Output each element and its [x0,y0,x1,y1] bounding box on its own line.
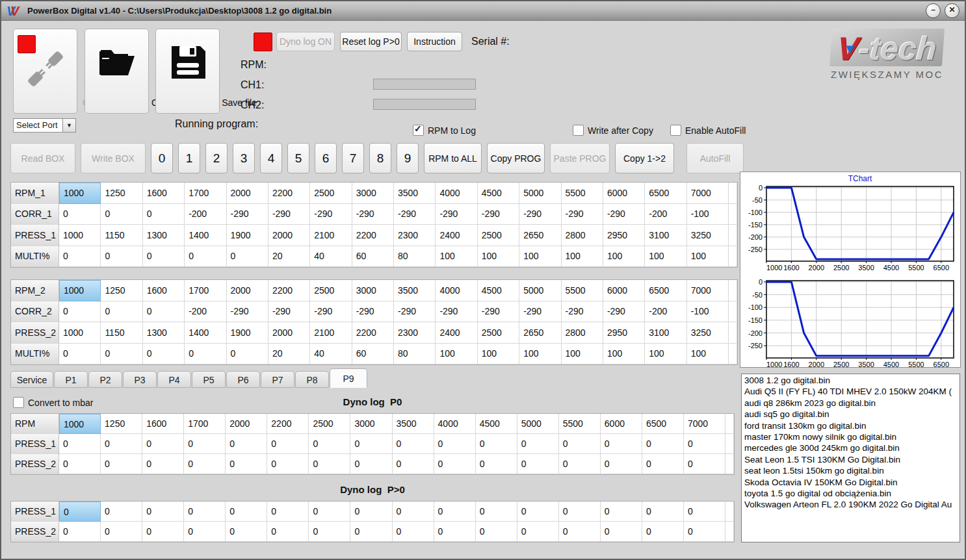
table-cell[interactable]: 1400 [185,322,226,344]
table-cell[interactable]: 5500 [562,183,603,204]
table-cell[interactable]: 0 [184,522,226,542]
table-cell[interactable]: 3100 [645,225,686,246]
table-cell[interactable]: 60 [352,246,394,268]
table-cell[interactable]: -290 [519,204,561,225]
table-cell[interactable]: 1250 [101,183,142,204]
table-cell[interactable]: -200 [185,301,226,323]
table-cell[interactable]: 1250 [101,280,142,301]
table-cell[interactable]: -100 [687,204,729,225]
table-cell[interactable]: 3100 [645,322,686,344]
table-cell[interactable]: -290 [268,301,310,323]
table-cell[interactable]: 0 [642,454,684,474]
table-cell[interactable]: 0 [143,344,185,365]
table-cell[interactable]: 1000 [59,280,101,301]
table-cell[interactable]: 3500 [394,183,436,204]
digit-9-button[interactable]: 9 [397,143,419,173]
table-cell[interactable]: 0 [393,502,434,522]
digit-8-button[interactable]: 8 [369,143,391,173]
table-cell[interactable]: 0 [434,522,476,542]
checkbox-box[interactable] [573,125,584,136]
digit-0-button[interactable]: 0 [151,143,173,173]
digit-3-button[interactable]: 3 [233,143,255,173]
digit-7-button[interactable]: 7 [342,143,364,173]
table-cell[interactable]: 0 [434,434,476,454]
table-cell[interactable]: 1600 [143,183,185,204]
table-cell[interactable]: 0 [309,434,350,454]
table-cell[interactable]: 0 [59,246,101,268]
table-cell[interactable]: 3500 [393,414,434,434]
list-item[interactable]: master 170km nowy silnik go digital.bin [742,431,959,442]
table-cell[interactable]: 3500 [394,280,436,301]
table-cell[interactable]: 0 [309,502,350,522]
table-cell[interactable]: 2200 [352,225,394,246]
list-item[interactable]: ford transit 130km go digital.bin [742,420,959,431]
tab-p7[interactable]: P7 [261,371,294,388]
table-cell[interactable]: 100 [645,344,686,365]
table-cell[interactable]: 3250 [687,225,729,246]
connect-button[interactable]: Connect [13,29,77,114]
table-cell[interactable]: 100 [603,344,645,365]
table-cell[interactable]: 1300 [143,322,185,344]
tab-p9[interactable]: P9 [330,368,367,388]
table-cell[interactable]: 0 [267,522,309,542]
table-cell[interactable]: 0 [393,522,434,542]
table-cell[interactable]: 0 [185,344,226,365]
table-cell[interactable]: 0 [59,502,101,522]
list-item[interactable]: 3008 1.2 go digital.bin [742,375,959,386]
table-cell[interactable]: 0 [142,502,184,522]
table-cell[interactable]: 0 [476,454,517,474]
table-cell[interactable]: 0 [684,502,725,522]
table-cell[interactable]: 40 [310,344,352,365]
table-cell[interactable]: 1150 [101,322,142,344]
close-button[interactable]: ✕ [945,3,959,18]
table-cell[interactable]: 1300 [143,225,185,246]
table-cell[interactable]: 2800 [562,322,603,344]
table-cell[interactable]: 6500 [642,414,684,434]
table-cell[interactable]: 0 [184,454,226,474]
table-cell[interactable]: 100 [436,246,477,268]
table-cell[interactable]: -290 [310,204,352,225]
table-cell[interactable]: 0 [143,204,185,225]
table-cell[interactable]: 0 [142,522,184,542]
table-cell[interactable]: 40 [310,246,352,268]
table-cell[interactable]: 0 [476,502,517,522]
tab-p3[interactable]: P3 [123,371,157,388]
table-cell[interactable]: 1700 [185,280,226,301]
table-cell[interactable]: 100 [478,344,519,365]
table-cell[interactable]: 0 [684,522,725,542]
checkbox-box[interactable] [670,125,681,136]
table-cell[interactable]: 5500 [562,280,603,301]
table-cell[interactable]: 0 [684,434,725,454]
table-cell[interactable]: -290 [562,301,603,323]
table-cell[interactable]: 0 [350,502,392,522]
table-cell[interactable]: -200 [645,204,686,225]
table-cell[interactable]: 1700 [185,183,226,204]
table-cell[interactable]: 6000 [601,414,642,434]
table-cell[interactable]: 100 [519,344,561,365]
tab-p2[interactable]: P2 [88,371,122,388]
list-item[interactable]: Volkswagen Arteon FL 2.0 190KM 2022 Go D… [742,499,959,510]
table-cell[interactable]: 0 [226,454,267,474]
table-cell[interactable]: 2000 [227,183,268,204]
table-cell[interactable]: 0 [517,454,559,474]
digit-5-button[interactable]: 5 [287,143,309,173]
table-cell[interactable]: -290 [352,204,394,225]
table-cell[interactable]: 0 [101,502,142,522]
table-cell[interactable]: 5000 [519,183,561,204]
table-cell[interactable]: -290 [310,301,352,323]
table-cell[interactable]: -290 [562,204,603,225]
table-cell[interactable]: 0 [226,502,267,522]
table-cell[interactable]: 0 [59,522,101,542]
table-cell[interactable]: 0 [226,434,267,454]
table-cell[interactable]: 0 [227,246,268,268]
tab-p1[interactable]: P1 [54,371,88,388]
table-cell[interactable]: 0 [59,301,101,323]
table-cell[interactable]: 0 [143,246,185,268]
table-cell[interactable]: 6000 [603,280,645,301]
table-cell[interactable]: 0 [227,344,268,365]
table-cell[interactable]: 0 [101,204,142,225]
table-cell[interactable]: 0 [101,344,142,365]
list-item[interactable]: Seat Leon 1.5 TSI 130KM Go Digital.bin [742,454,959,465]
table-cell[interactable]: -290 [268,204,310,225]
table-cell[interactable]: 0 [267,502,309,522]
